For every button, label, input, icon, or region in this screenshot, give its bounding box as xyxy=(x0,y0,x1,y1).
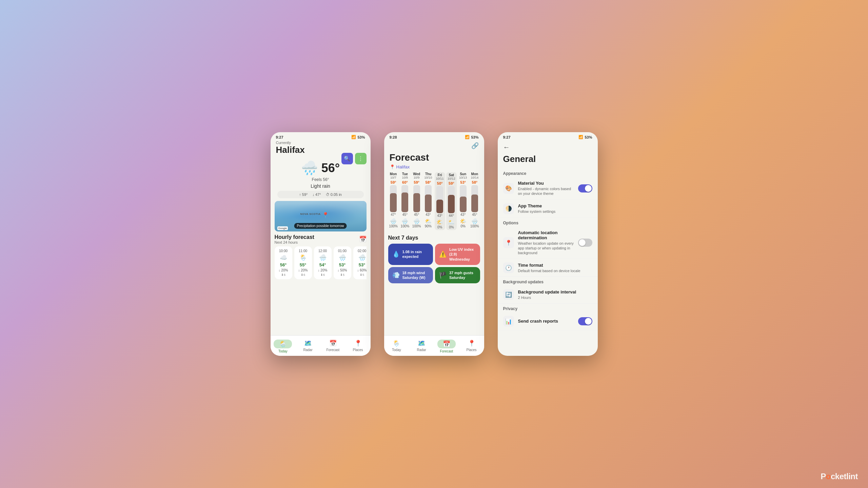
crash-reports-content: Send crash reports xyxy=(518,319,574,324)
bg-interval-icon: 🔄 xyxy=(503,289,514,300)
status-bar-3: 9:27 📶 53% xyxy=(498,132,598,141)
day-date-6: 10/13 xyxy=(459,176,467,179)
nav-places-icon-2: 📍 xyxy=(468,340,475,347)
screens-container: 9:27 📶 53% Currently Halifax 🔍 ⋮ 🌧️ 56° … xyxy=(271,132,598,356)
uv-icon: ⚠️ xyxy=(439,250,447,258)
status-right-1: 📶 53% xyxy=(351,135,365,139)
hourly-precip-3: ↓ 50% xyxy=(338,268,347,272)
day-pct-6: 0% xyxy=(460,224,465,228)
setting-bg-interval[interactable]: 🔄 Background update interval 2 Hours xyxy=(498,286,598,304)
menu-button[interactable]: ⋮ xyxy=(355,153,367,164)
auto-location-icon: 📍 xyxy=(503,237,514,248)
day-name-4: Fri xyxy=(438,173,442,177)
day-pct-3: 90% xyxy=(425,224,432,228)
day-bar-3 xyxy=(425,195,432,212)
share-button[interactable]: 🔗 xyxy=(471,142,479,149)
bg-interval-title: Background update interval xyxy=(518,289,592,294)
screen1-weather: 9:27 📶 53% Currently Halifax 🔍 ⋮ 🌧️ 56° … xyxy=(271,132,371,356)
day-icon-3: ⛅ xyxy=(425,218,432,224)
map-pin: 📍 xyxy=(322,212,329,218)
nav-today[interactable]: 🌦️ Today xyxy=(271,338,296,354)
nav-places-label-1: Places xyxy=(353,348,363,352)
hourly-title: Hourly forecast xyxy=(275,234,314,240)
day-bar-container-3 xyxy=(425,185,432,212)
material-you-desc: Enabled - dynamic colors based on your d… xyxy=(518,186,574,196)
nav-radar-label: Radar xyxy=(303,348,313,352)
hourly-item-1: 11:00 🌦️ 55° ↓ 20% ⬇6 xyxy=(294,246,312,279)
nav-radar-2[interactable]: 🗺️ Radar xyxy=(409,338,434,354)
hourly-wind-4: ⬇5 xyxy=(360,273,364,277)
nav-forecast-1[interactable]: 📅 Forecast xyxy=(320,338,346,354)
nav-today-label-2: Today xyxy=(392,348,401,352)
day-icon-5: 🌥️ xyxy=(448,219,455,225)
nav-places-2[interactable]: 📍 Places xyxy=(459,338,484,354)
search-button[interactable]: 🔍 xyxy=(341,153,353,164)
day-bar-container-2 xyxy=(413,185,420,212)
time-format-desc: Default format based on device locale xyxy=(518,268,592,273)
nav-forecast-bg-2: 📅 xyxy=(437,340,456,348)
wifi-icon-1: 📶 xyxy=(351,135,356,139)
day-date-4: 10/11 xyxy=(436,177,444,180)
auto-location-toggle[interactable] xyxy=(578,239,592,247)
currently-label: Currently xyxy=(276,141,365,145)
nav-forecast-2[interactable]: 📅 Forecast xyxy=(434,338,459,354)
hourly-icon-2: 🌧️ xyxy=(319,254,327,261)
day-low-2: 45° xyxy=(414,213,419,217)
highlight-rain: 💧 1.08 in rain expected xyxy=(388,244,433,265)
setting-crash-reports[interactable]: 📊 Send crash reports xyxy=(498,312,598,330)
bg-interval-content: Background update interval 2 Hours xyxy=(518,289,592,300)
day-pct-0: 100% xyxy=(389,224,398,228)
day-icon-0: 🌧️ xyxy=(390,218,397,224)
nav-radar[interactable]: 🗺️ Radar xyxy=(295,338,320,354)
temperature-main: 56° xyxy=(321,161,340,175)
crash-reports-toggle[interactable] xyxy=(578,317,592,325)
highlight-wind: 💨 18 mph wind Saturday (W) xyxy=(388,267,433,284)
day-high-3: 58° xyxy=(426,180,431,184)
forecast-day-7: Mon 10/14 58° 45° 🌧️ 100% xyxy=(469,172,480,230)
auto-location-content: Automatic location determination Weather… xyxy=(518,230,574,256)
day-date-2: 10/9 xyxy=(414,176,420,179)
toggle-thumb-1 xyxy=(579,239,586,246)
setting-material-you[interactable]: 🎨 Material You Enabled - dynamic colors … xyxy=(498,177,598,200)
hourly-temp-2: 54° xyxy=(319,262,326,267)
day-low-3: 43° xyxy=(426,213,431,217)
material-you-icon: 🎨 xyxy=(503,183,514,194)
nav-today-2[interactable]: 🌦️ Today xyxy=(384,338,409,354)
app-theme-title: App Theme xyxy=(518,203,592,208)
setting-auto-location[interactable]: 📍 Automatic location determination Weath… xyxy=(498,227,598,259)
wind-text: 18 mph wind Saturday (W) xyxy=(402,270,429,280)
calendar-icon[interactable]: 📅 xyxy=(359,236,367,243)
settings-title: General xyxy=(498,152,598,168)
day-date-5: 10/12 xyxy=(448,177,455,180)
forecast-day-6: Sun 10/13 53° 43° 🌤️ 0% xyxy=(458,172,468,230)
setting-app-theme[interactable]: 🌗 App Theme Follow system settings xyxy=(498,200,598,218)
back-button[interactable]: ← xyxy=(498,141,598,152)
setting-time-format[interactable]: 🕐 Time format Default format based on de… xyxy=(498,259,598,277)
settings-scroll[interactable]: Appearance 🎨 Material You Enabled - dyna… xyxy=(498,168,598,356)
bottom-nav-1: 🌦️ Today 🗺️ Radar 📅 Forecast 📍 Places xyxy=(271,335,371,356)
nav-forecast-icon-2: 📅 xyxy=(443,341,450,347)
section-options: Options xyxy=(498,218,598,227)
day-low-6: 43° xyxy=(460,213,466,217)
map-overlay-text: Precipitation possible tomorrow xyxy=(294,223,347,229)
crash-reports-icon: 📊 xyxy=(503,316,514,327)
status-bar-1: 9:27 📶 53% xyxy=(271,132,371,141)
material-you-toggle[interactable] xyxy=(578,184,592,192)
day-high-2: 59° xyxy=(414,180,419,184)
forecast-day-0: Mon 10/7 59° 47° 🌧️ 100% xyxy=(388,172,399,230)
time-format-title: Time format xyxy=(518,263,592,268)
hourly-temp-1: 55° xyxy=(300,262,307,267)
section-appearance: Appearance xyxy=(498,168,598,177)
nav-places-1[interactable]: 📍 Places xyxy=(346,338,371,354)
day-low-5: 44° xyxy=(449,214,454,218)
weather-map[interactable]: NOVA SCOTIA 📍 Google Precipitation possi… xyxy=(275,201,367,231)
hourly-title-block: Hourly forecast Next 24 hours xyxy=(275,234,314,244)
stat-low: ↓ 47° xyxy=(312,192,321,197)
status-right-3: 📶 53% xyxy=(578,135,592,139)
day-bar-6 xyxy=(460,197,467,212)
gusts-icon: 🏴 xyxy=(439,271,447,279)
nav-forecast-label-1: Forecast xyxy=(326,348,339,352)
hourly-precip-0: ↓ 20% xyxy=(279,268,288,272)
wifi-icon-3: 📶 xyxy=(578,135,583,139)
day-pct-1: 100% xyxy=(401,224,410,228)
